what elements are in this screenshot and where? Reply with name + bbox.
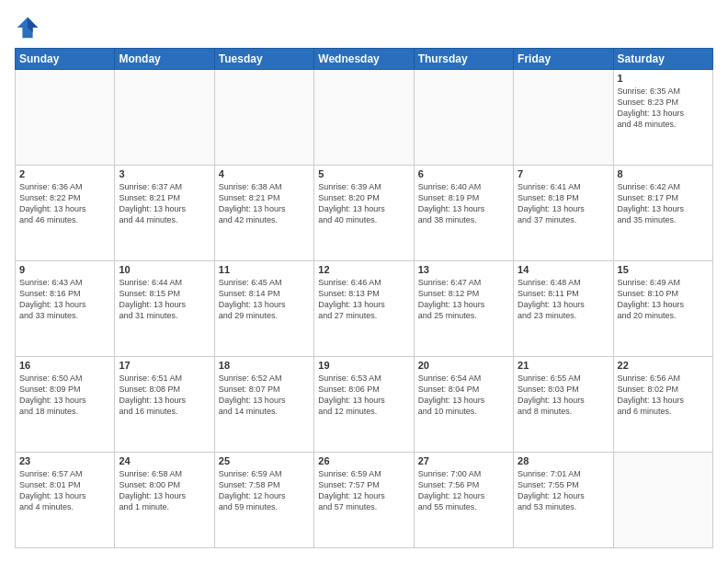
calendar-cell: 22Sunrise: 6:56 AM Sunset: 8:02 PM Dayli… bbox=[613, 357, 712, 453]
calendar-cell: 9Sunrise: 6:43 AM Sunset: 8:16 PM Daylig… bbox=[16, 261, 115, 357]
day-number: 1 bbox=[618, 73, 709, 84]
page: SundayMondayTuesdayWednesdayThursdayFrid… bbox=[0, 0, 728, 563]
day-number: 7 bbox=[518, 168, 609, 179]
day-info: Sunrise: 6:56 AM Sunset: 8:02 PM Dayligh… bbox=[618, 373, 709, 418]
calendar-cell: 23Sunrise: 6:57 AM Sunset: 8:01 PM Dayli… bbox=[16, 453, 115, 548]
calendar-cell: 4Sunrise: 6:38 AM Sunset: 8:21 PM Daylig… bbox=[214, 166, 313, 261]
day-number: 26 bbox=[318, 455, 409, 466]
day-number: 9 bbox=[19, 264, 110, 275]
day-info: Sunrise: 6:50 AM Sunset: 8:09 PM Dayligh… bbox=[19, 373, 110, 418]
day-info: Sunrise: 6:47 AM Sunset: 8:12 PM Dayligh… bbox=[418, 277, 509, 322]
calendar-cell bbox=[115, 70, 214, 166]
calendar-cell bbox=[514, 70, 613, 166]
calendar-cell: 24Sunrise: 6:58 AM Sunset: 8:00 PM Dayli… bbox=[115, 453, 214, 548]
calendar-cell: 19Sunrise: 6:53 AM Sunset: 8:06 PM Dayli… bbox=[314, 357, 414, 453]
calendar-cell: 14Sunrise: 6:48 AM Sunset: 8:11 PM Dayli… bbox=[514, 261, 613, 357]
day-info: Sunrise: 6:40 AM Sunset: 8:19 PM Dayligh… bbox=[418, 181, 509, 226]
day-number: 21 bbox=[518, 360, 609, 371]
calendar-cell: 2Sunrise: 6:36 AM Sunset: 8:22 PM Daylig… bbox=[16, 166, 115, 261]
day-info: Sunrise: 6:59 AM Sunset: 7:57 PM Dayligh… bbox=[318, 468, 409, 513]
day-number: 24 bbox=[119, 455, 210, 466]
calendar-cell bbox=[214, 70, 313, 166]
calendar-cell: 15Sunrise: 6:49 AM Sunset: 8:10 PM Dayli… bbox=[613, 261, 712, 357]
day-number: 20 bbox=[418, 360, 509, 371]
day-number: 5 bbox=[318, 168, 409, 179]
calendar-cell: 6Sunrise: 6:40 AM Sunset: 8:19 PM Daylig… bbox=[414, 166, 513, 261]
calendar-cell: 5Sunrise: 6:39 AM Sunset: 8:20 PM Daylig… bbox=[314, 166, 414, 261]
logo-icon bbox=[15, 15, 40, 40]
weekday-header-tuesday: Tuesday bbox=[214, 49, 313, 70]
weekday-header-saturday: Saturday bbox=[613, 49, 712, 70]
day-info: Sunrise: 6:51 AM Sunset: 8:08 PM Dayligh… bbox=[119, 373, 210, 418]
day-info: Sunrise: 6:41 AM Sunset: 8:18 PM Dayligh… bbox=[518, 181, 609, 226]
day-number: 17 bbox=[119, 360, 210, 371]
calendar-cell: 20Sunrise: 6:54 AM Sunset: 8:04 PM Dayli… bbox=[414, 357, 513, 453]
day-info: Sunrise: 7:01 AM Sunset: 7:55 PM Dayligh… bbox=[518, 468, 609, 513]
calendar-cell: 8Sunrise: 6:42 AM Sunset: 8:17 PM Daylig… bbox=[613, 166, 712, 261]
calendar-cell: 11Sunrise: 6:45 AM Sunset: 8:14 PM Dayli… bbox=[214, 261, 313, 357]
day-number: 23 bbox=[19, 455, 110, 466]
day-number: 12 bbox=[318, 264, 409, 275]
day-info: Sunrise: 6:36 AM Sunset: 8:22 PM Dayligh… bbox=[19, 181, 110, 226]
day-info: Sunrise: 6:49 AM Sunset: 8:10 PM Dayligh… bbox=[618, 277, 709, 322]
day-info: Sunrise: 6:45 AM Sunset: 8:14 PM Dayligh… bbox=[219, 277, 310, 322]
week-row-2: 2Sunrise: 6:36 AM Sunset: 8:22 PM Daylig… bbox=[16, 166, 713, 261]
day-number: 2 bbox=[19, 168, 110, 179]
header bbox=[15, 15, 713, 40]
day-number: 25 bbox=[219, 455, 310, 466]
calendar-cell: 26Sunrise: 6:59 AM Sunset: 7:57 PM Dayli… bbox=[314, 453, 414, 548]
logo bbox=[15, 15, 42, 40]
day-number: 18 bbox=[219, 360, 310, 371]
day-number: 3 bbox=[119, 168, 210, 179]
calendar-cell: 18Sunrise: 6:52 AM Sunset: 8:07 PM Dayli… bbox=[214, 357, 313, 453]
day-info: Sunrise: 6:39 AM Sunset: 8:20 PM Dayligh… bbox=[318, 181, 409, 226]
week-row-5: 23Sunrise: 6:57 AM Sunset: 8:01 PM Dayli… bbox=[16, 453, 713, 548]
day-number: 14 bbox=[518, 264, 609, 275]
weekday-header-thursday: Thursday bbox=[414, 49, 513, 70]
weekday-header-wednesday: Wednesday bbox=[314, 49, 414, 70]
calendar-cell: 27Sunrise: 7:00 AM Sunset: 7:56 PM Dayli… bbox=[414, 453, 513, 548]
day-info: Sunrise: 6:54 AM Sunset: 8:04 PM Dayligh… bbox=[418, 373, 509, 418]
calendar-cell: 17Sunrise: 6:51 AM Sunset: 8:08 PM Dayli… bbox=[115, 357, 214, 453]
day-info: Sunrise: 6:42 AM Sunset: 8:17 PM Dayligh… bbox=[618, 181, 709, 226]
day-number: 27 bbox=[418, 455, 509, 466]
day-info: Sunrise: 6:43 AM Sunset: 8:16 PM Dayligh… bbox=[19, 277, 110, 322]
weekday-header-row: SundayMondayTuesdayWednesdayThursdayFrid… bbox=[16, 49, 713, 70]
calendar-cell: 28Sunrise: 7:01 AM Sunset: 7:55 PM Dayli… bbox=[514, 453, 613, 548]
day-number: 8 bbox=[618, 168, 709, 179]
day-info: Sunrise: 6:44 AM Sunset: 8:15 PM Dayligh… bbox=[119, 277, 210, 322]
day-number: 11 bbox=[219, 264, 310, 275]
calendar-cell bbox=[613, 453, 712, 548]
weekday-header-monday: Monday bbox=[115, 49, 214, 70]
day-info: Sunrise: 6:59 AM Sunset: 7:58 PM Dayligh… bbox=[219, 468, 310, 513]
calendar-cell: 7Sunrise: 6:41 AM Sunset: 8:18 PM Daylig… bbox=[514, 166, 613, 261]
day-info: Sunrise: 6:46 AM Sunset: 8:13 PM Dayligh… bbox=[318, 277, 409, 322]
day-info: Sunrise: 6:53 AM Sunset: 8:06 PM Dayligh… bbox=[318, 373, 409, 418]
day-info: Sunrise: 6:37 AM Sunset: 8:21 PM Dayligh… bbox=[119, 181, 210, 226]
week-row-1: 1Sunrise: 6:35 AM Sunset: 8:23 PM Daylig… bbox=[16, 70, 713, 166]
week-row-4: 16Sunrise: 6:50 AM Sunset: 8:09 PM Dayli… bbox=[16, 357, 713, 453]
calendar-cell: 12Sunrise: 6:46 AM Sunset: 8:13 PM Dayli… bbox=[314, 261, 414, 357]
day-info: Sunrise: 6:52 AM Sunset: 8:07 PM Dayligh… bbox=[219, 373, 310, 418]
calendar-cell bbox=[16, 70, 115, 166]
calendar-cell: 10Sunrise: 6:44 AM Sunset: 8:15 PM Dayli… bbox=[115, 261, 214, 357]
day-number: 28 bbox=[518, 455, 609, 466]
week-row-3: 9Sunrise: 6:43 AM Sunset: 8:16 PM Daylig… bbox=[16, 261, 713, 357]
day-info: Sunrise: 7:00 AM Sunset: 7:56 PM Dayligh… bbox=[418, 468, 509, 513]
weekday-header-sunday: Sunday bbox=[16, 49, 115, 70]
calendar-table: SundayMondayTuesdayWednesdayThursdayFrid… bbox=[15, 48, 713, 548]
day-info: Sunrise: 6:48 AM Sunset: 8:11 PM Dayligh… bbox=[518, 277, 609, 322]
calendar-cell: 16Sunrise: 6:50 AM Sunset: 8:09 PM Dayli… bbox=[16, 357, 115, 453]
day-info: Sunrise: 6:35 AM Sunset: 8:23 PM Dayligh… bbox=[618, 86, 709, 131]
day-info: Sunrise: 6:38 AM Sunset: 8:21 PM Dayligh… bbox=[219, 181, 310, 226]
calendar-cell: 21Sunrise: 6:55 AM Sunset: 8:03 PM Dayli… bbox=[514, 357, 613, 453]
day-number: 16 bbox=[19, 360, 110, 371]
calendar-cell: 13Sunrise: 6:47 AM Sunset: 8:12 PM Dayli… bbox=[414, 261, 513, 357]
day-number: 22 bbox=[618, 360, 709, 371]
day-number: 6 bbox=[418, 168, 509, 179]
day-number: 19 bbox=[318, 360, 409, 371]
calendar-cell: 3Sunrise: 6:37 AM Sunset: 8:21 PM Daylig… bbox=[115, 166, 214, 261]
day-number: 13 bbox=[418, 264, 509, 275]
calendar-cell bbox=[414, 70, 513, 166]
calendar-cell: 1Sunrise: 6:35 AM Sunset: 8:23 PM Daylig… bbox=[613, 70, 712, 166]
